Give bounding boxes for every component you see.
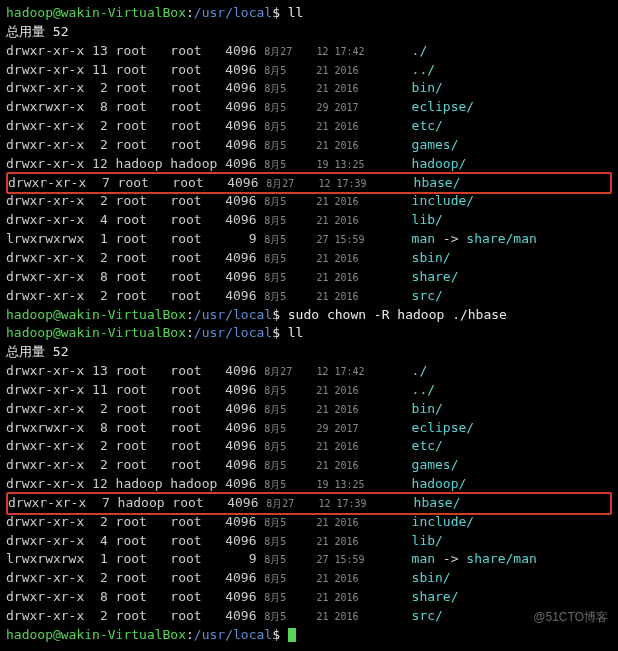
ls-row: drwxr-xr-x 4 root root 4096 8月5 21 2016 … [6, 211, 612, 230]
ls-row: drwxr-xr-x 2 root root 4096 8月5 21 2016 … [6, 569, 612, 588]
ls-row: drwxr-xr-x 2 root root 4096 8月5 21 2016 … [6, 513, 612, 532]
ls-row: lrwxrwxrwx 1 root root 9 8月5 27 15:59 ma… [6, 550, 612, 569]
ls-row: drwxr-xr-x 2 root root 4096 8月5 21 2016 … [6, 400, 612, 419]
prompt-line: hadoop@wakin-VirtualBox:/usr/local$ ll [6, 4, 612, 23]
ls-row: drwxrwxr-x 8 root root 4096 8月5 29 2017 … [6, 98, 612, 117]
ls-row: drwxr-xr-x 8 root root 4096 8月5 21 2016 … [6, 588, 612, 607]
ls-row: drwxrwxr-x 8 root root 4096 8月5 29 2017 … [6, 419, 612, 438]
ls-row: drwxr-xr-x 2 root root 4096 8月5 21 2016 … [6, 192, 612, 211]
ls-row: drwxr-xr-x 2 root root 4096 8月5 21 2016 … [6, 456, 612, 475]
ls-row: drwxr-xr-x 2 root root 4096 8月5 21 2016 … [6, 79, 612, 98]
terminal[interactable]: { "prompt": {"user":"hadoop","host":"wak… [0, 0, 618, 649]
ls-row: drwxr-xr-x 2 root root 4096 8月5 21 2016 … [6, 607, 612, 626]
ls-row: drwxr-xr-x 4 root root 4096 8月5 21 2016 … [6, 532, 612, 551]
ls-row: lrwxrwxrwx 1 root root 9 8月5 27 15:59 ma… [6, 230, 612, 249]
terminal-output: hadoop@wakin-VirtualBox:/usr/local$ ll总用… [6, 4, 612, 645]
ls-row: drwxr-xr-x 2 root root 4096 8月5 21 2016 … [6, 117, 612, 136]
ls-row: drwxr-xr-x 11 root root 4096 8月5 21 2016… [6, 61, 612, 80]
ls-row: drwxr-xr-x 8 root root 4096 8月5 21 2016 … [6, 268, 612, 287]
prompt-line: hadoop@wakin-VirtualBox:/usr/local$ sudo… [6, 306, 612, 325]
ls-row: drwxr-xr-x 7 hadoop root 4096 8月27 12 17… [6, 492, 612, 515]
ls-row: drwxr-xr-x 13 root root 4096 8月27 12 17:… [6, 362, 612, 381]
cursor [288, 628, 296, 642]
ls-row: drwxr-xr-x 2 root root 4096 8月5 21 2016 … [6, 136, 612, 155]
prompt-line[interactable]: hadoop@wakin-VirtualBox:/usr/local$ [6, 626, 612, 645]
ls-row: drwxr-xr-x 2 root root 4096 8月5 21 2016 … [6, 249, 612, 268]
ls-row: drwxr-xr-x 12 hadoop hadoop 4096 8月5 19 … [6, 155, 612, 174]
watermark: @51CTO博客 [533, 609, 608, 626]
total-line: 总用量 52 [6, 23, 612, 42]
total-line: 总用量 52 [6, 343, 612, 362]
ls-row: drwxr-xr-x 11 root root 4096 8月5 21 2016… [6, 381, 612, 400]
ls-row: drwxr-xr-x 13 root root 4096 8月27 12 17:… [6, 42, 612, 61]
ls-row: drwxr-xr-x 2 root root 4096 8月5 21 2016 … [6, 437, 612, 456]
ls-row: drwxr-xr-x 7 root root 4096 8月27 12 17:3… [6, 172, 612, 195]
ls-row: drwxr-xr-x 2 root root 4096 8月5 21 2016 … [6, 287, 612, 306]
prompt-line: hadoop@wakin-VirtualBox:/usr/local$ ll [6, 324, 612, 343]
